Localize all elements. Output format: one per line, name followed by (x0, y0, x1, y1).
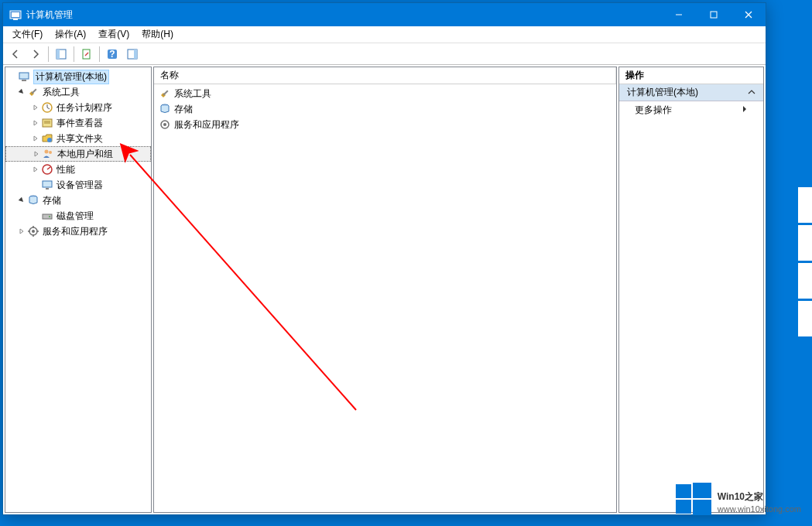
collapse-up-icon[interactable] (748, 87, 755, 98)
watermark: Win10之家 www.win10xitong.com (676, 481, 801, 517)
menubar: 文件(F) 操作(A) 查看(V) 帮助(H) (3, 26, 766, 43)
forward-button[interactable] (26, 45, 45, 63)
actions-header: 操作 (619, 67, 763, 84)
show-hide-tree-button[interactable] (52, 45, 70, 63)
minimize-button[interactable] (661, 3, 696, 26)
svg-point-22 (45, 150, 49, 154)
tree-disk-management[interactable]: 磁盘管理 (5, 208, 151, 224)
services-icon (159, 118, 171, 131)
tree-storage[interactable]: 存储 (5, 193, 151, 208)
actions-pane: 操作 计算机管理(本地) 更多操作 (618, 67, 764, 513)
tools-icon (159, 87, 171, 100)
show-action-pane-button[interactable] (123, 45, 142, 63)
computer-icon (18, 70, 30, 83)
tree-task-scheduler[interactable]: 任务计划程序 (5, 100, 151, 115)
expand-icon[interactable] (30, 102, 41, 113)
storage-icon (27, 194, 39, 207)
tree-label: 设备管理器 (57, 179, 103, 192)
list-label: 存储 (174, 103, 193, 116)
menu-file[interactable]: 文件(F) (6, 26, 49, 43)
svg-point-29 (49, 216, 50, 217)
svg-rect-40 (693, 500, 711, 515)
svg-rect-1 (12, 12, 19, 17)
expand-icon[interactable] (16, 226, 27, 237)
clock-icon (41, 101, 53, 114)
tree-label: 本地用户和组 (57, 148, 113, 161)
taskbar-edge (798, 187, 812, 336)
column-name[interactable]: 名称 (154, 67, 616, 84)
navigation-tree[interactable]: 计算机管理(本地) 系统工具 任务计划程序 事件查看器 共享文件夹 (5, 67, 152, 513)
svg-rect-8 (57, 50, 60, 59)
titlebar: 计算机管理 (3, 3, 766, 26)
svg-rect-26 (46, 188, 49, 190)
device-icon (41, 179, 53, 191)
svg-rect-14 (19, 73, 29, 79)
actions-group-title[interactable]: 计算机管理(本地) (619, 84, 763, 101)
tree-label: 服务和应用程序 (43, 225, 108, 238)
svg-rect-2 (13, 19, 18, 20)
expander-icon[interactable] (7, 71, 18, 82)
column-header-row: 名称 (154, 67, 616, 84)
watermark-brand: Win10之家 (718, 484, 801, 504)
expand-icon[interactable] (30, 133, 41, 144)
tree-label: 存储 (43, 194, 61, 207)
toolbar-separator (48, 46, 49, 62)
menu-view[interactable]: 查看(V) (92, 26, 135, 43)
svg-rect-15 (22, 80, 26, 81)
svg-rect-32 (163, 90, 168, 95)
maximize-button[interactable] (696, 3, 731, 26)
expand-right-icon (742, 104, 748, 115)
expand-icon[interactable] (30, 118, 41, 128)
menu-help[interactable]: 帮助(H) (135, 26, 180, 43)
tree-local-users-groups[interactable]: 本地用户和组 (5, 146, 151, 162)
svg-point-35 (163, 123, 166, 126)
svg-point-31 (32, 230, 35, 233)
shared-folder-icon (41, 132, 53, 145)
help-button[interactable]: ? (103, 45, 122, 63)
tree-event-viewer[interactable]: 事件查看器 (5, 115, 151, 131)
tree-label: 系统工具 (43, 86, 80, 99)
no-expander (30, 210, 41, 221)
no-expander (30, 179, 41, 190)
actions-more-label: 更多操作 (635, 104, 672, 117)
list-label: 服务和应用程序 (174, 118, 239, 132)
actions-more[interactable]: 更多操作 (619, 101, 763, 118)
users-icon (42, 148, 54, 160)
svg-rect-16 (31, 88, 36, 94)
expand-icon[interactable] (31, 149, 42, 159)
performance-icon (41, 163, 53, 176)
list-item-storage[interactable]: 存储 (154, 101, 616, 117)
svg-rect-4 (711, 12, 717, 18)
collapse-icon[interactable] (16, 87, 27, 97)
tree-label: 计算机管理(本地) (33, 70, 109, 84)
tree-performance[interactable]: 性能 (5, 162, 151, 177)
tree-label: 共享文件夹 (57, 132, 103, 145)
tree-shared-folders[interactable]: 共享文件夹 (5, 131, 151, 146)
tree-device-manager[interactable]: 设备管理器 (5, 177, 151, 193)
svg-rect-38 (693, 483, 711, 498)
tree-label: 性能 (57, 163, 75, 176)
tree-label: 磁盘管理 (57, 210, 94, 223)
tree-system-tools[interactable]: 系统工具 (5, 84, 151, 100)
close-button[interactable] (731, 3, 766, 26)
tools-icon (27, 86, 39, 98)
back-button[interactable] (6, 45, 25, 63)
toolbar: ? (3, 43, 766, 65)
body-area: 计算机管理(本地) 系统工具 任务计划程序 事件查看器 共享文件夹 (3, 65, 766, 514)
list-item-system-tools[interactable]: 系统工具 (154, 86, 616, 101)
menu-action[interactable]: 操作(A) (49, 26, 92, 43)
tree-root[interactable]: 计算机管理(本地) (5, 69, 151, 84)
tree-label: 任务计划程序 (57, 101, 112, 114)
tree-services-apps[interactable]: 服务和应用程序 (5, 224, 151, 239)
disk-icon (41, 210, 53, 222)
event-icon (41, 117, 53, 129)
actions-group-label: 计算机管理(本地) (627, 86, 698, 99)
list-item-services[interactable]: 服务和应用程序 (154, 117, 616, 132)
svg-point-23 (49, 151, 52, 154)
app-icon (9, 9, 22, 21)
windows-logo-icon (676, 481, 711, 517)
svg-rect-37 (676, 484, 691, 498)
properties-button[interactable] (77, 45, 96, 63)
collapse-icon[interactable] (16, 195, 27, 206)
expand-icon[interactable] (30, 164, 41, 175)
